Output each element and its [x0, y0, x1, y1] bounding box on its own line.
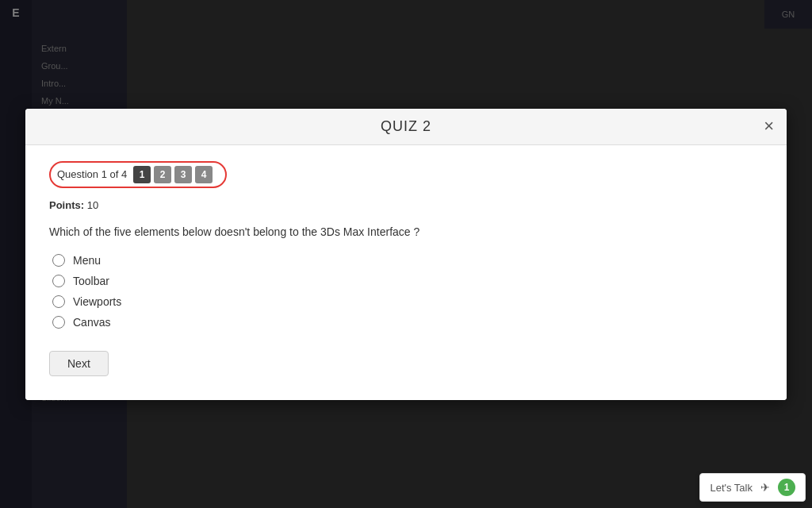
- next-button[interactable]: Next: [49, 351, 109, 376]
- question-bubbles: 1234: [133, 166, 213, 183]
- question-progress-area: Question 1 of 4 1234: [49, 161, 763, 188]
- points-row: Points: 10: [49, 199, 763, 211]
- answer-options: MenuToolbarViewportsCanvas: [52, 254, 763, 329]
- answer-radio-0[interactable]: [52, 254, 65, 267]
- answer-radio-2[interactable]: [52, 295, 65, 308]
- answer-option-0[interactable]: Menu: [52, 254, 763, 267]
- answer-label-3: Canvas: [73, 316, 110, 329]
- answer-option-1[interactable]: Toolbar: [52, 275, 763, 287]
- answer-option-2[interactable]: Viewports: [52, 295, 763, 308]
- modal-close-button[interactable]: ×: [764, 117, 774, 135]
- question-bubble-4[interactable]: 4: [195, 166, 213, 183]
- chat-label: Let's Talk: [710, 482, 753, 494]
- answer-radio-3[interactable]: [52, 316, 65, 329]
- chat-icon: ✈: [760, 481, 770, 494]
- modal-body: Question 1 of 4 1234 Points: 10 Which of…: [25, 145, 787, 400]
- points-value-num: 10: [87, 199, 98, 211]
- modal-header: QUIZ 2 ×: [25, 109, 787, 145]
- question-text: Which of the five elements below doesn't…: [49, 225, 763, 238]
- question-bubble-2[interactable]: 2: [154, 166, 171, 183]
- quiz-modal: QUIZ 2 × Question 1 of 4 1234 Points: 10: [25, 109, 787, 400]
- answer-label-1: Toolbar: [73, 275, 109, 287]
- progress-highlight: Question 1 of 4 1234: [49, 161, 227, 188]
- modal-overlay: QUIZ 2 × Question 1 of 4 1234 Points: 10: [0, 0, 812, 508]
- chat-badge: 1: [778, 479, 795, 496]
- question-progress-label: Question 1 of 4: [57, 168, 127, 180]
- points-label: Points:: [49, 199, 84, 211]
- modal-title: QUIZ 2: [381, 118, 431, 135]
- chat-widget[interactable]: Let's Talk ✈ 1: [699, 473, 806, 502]
- answer-label-0: Menu: [73, 254, 101, 267]
- answer-radio-1[interactable]: [52, 275, 65, 287]
- question-bubble-3[interactable]: 3: [174, 166, 192, 183]
- question-bubble-1[interactable]: 1: [133, 166, 151, 183]
- answer-label-2: Viewports: [73, 295, 121, 308]
- answer-option-3[interactable]: Canvas: [52, 316, 763, 329]
